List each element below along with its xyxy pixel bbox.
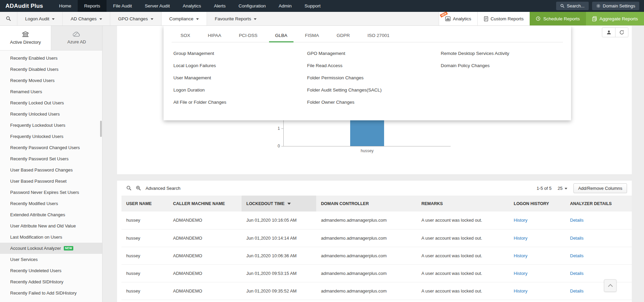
tab-sox[interactable]: SOX [172, 28, 199, 42]
tab-azure-ad[interactable]: Azure AD [51, 26, 102, 50]
sidebar-item[interactable]: Renamed Users [0, 86, 102, 97]
menu-gpo-changes[interactable]: GPO Changes [110, 12, 161, 25]
sidebar-item[interactable]: Frequently Unlocked Users [0, 131, 102, 142]
col-header-domain-controller[interactable]: DOMAIN CONTROLLER [316, 196, 417, 212]
details-link[interactable]: Details [570, 236, 584, 241]
report-link[interactable]: Folder Owner Changes [307, 96, 441, 108]
sidebar-item[interactable]: Recently Disabled Users [0, 64, 102, 75]
tab-pci-dss[interactable]: PCI-DSS [230, 28, 266, 42]
scroll-to-top-button[interactable] [604, 279, 617, 292]
sidebar-scrollbar[interactable] [100, 121, 102, 137]
report-link[interactable]: User Management [173, 72, 307, 84]
nav-item-server-audit[interactable]: Server Audit [138, 0, 176, 12]
aggregate-reports-button[interactable]: Aggregate Reports [586, 12, 644, 25]
report-link[interactable]: Logon Duration [173, 84, 307, 96]
tab-iso-27001[interactable]: ISO 27001 [359, 28, 398, 42]
sidebar-item[interactable]: Recently Moved Users [0, 75, 102, 86]
nav-item-file-audit[interactable]: File Audit [107, 0, 138, 12]
col-header-user-name[interactable]: USER NAME [121, 196, 168, 212]
sidebar-item[interactable]: Recently Modified Users [0, 198, 102, 209]
details-link[interactable]: Details [570, 271, 584, 276]
sidebar-item-account-lockout-analyzer[interactable]: Account Lockout Analyzer NEW [0, 243, 102, 254]
nav-item-home[interactable]: Home [53, 0, 78, 12]
tab-active-directory[interactable]: Active Directory [0, 26, 51, 50]
sidebar-item[interactable]: Recently Undeleted Users [0, 265, 102, 276]
menu-compliance[interactable]: Compliance [161, 12, 207, 25]
sidebar-item[interactable]: Recently Added SIDHistory [0, 276, 102, 287]
sidebar-item[interactable]: Recently Locked Out Users [0, 97, 102, 108]
report-search-button[interactable] [0, 12, 17, 25]
nav-item-support[interactable]: Support [298, 0, 327, 12]
history-link[interactable]: History [514, 218, 527, 223]
sidebar-item[interactable]: Extended Attribute Changes [0, 209, 102, 220]
search-icon[interactable] [126, 185, 132, 191]
nav-item-analytics[interactable]: Analytics [176, 0, 207, 12]
nav-item-configuration[interactable]: Configuration [232, 0, 272, 12]
sidebar-tabs: Active Directory Azure AD [0, 26, 102, 51]
sidebar-item[interactable]: Recently Password Set Users [0, 153, 102, 164]
tab-hipaa[interactable]: HIPAA [199, 28, 230, 42]
col-header-lockedout-time[interactable]: LOCKEDOUT TIME [242, 196, 316, 212]
report-link[interactable]: Group Management [173, 47, 307, 59]
history-link[interactable]: History [514, 271, 527, 276]
advanced-search-icon[interactable] [136, 185, 141, 191]
sidebar-item[interactable]: Recently Failed to Add SIDHistory [0, 287, 102, 299]
details-link[interactable]: Details [570, 218, 584, 223]
sidebar-item[interactable]: Recently Password Changed Users [0, 142, 102, 153]
report-link[interactable]: Domain Policy Changes [441, 59, 571, 72]
menu-ad-changes[interactable]: AD Changes [62, 12, 110, 25]
advanced-search-link[interactable]: Advanced Search [146, 186, 181, 191]
sidebar-item[interactable]: Frequently Lockedout Users [0, 120, 102, 131]
report-link[interactable]: Local Logon Failures [173, 59, 307, 72]
sidebar-item[interactable]: Recently Unlocked Users [0, 108, 102, 120]
report-link[interactable]: GPO Management [307, 47, 441, 59]
history-link[interactable]: History [514, 288, 527, 294]
toolbar-right-group: NEW Analytics Custom Reports Schedule Re… [439, 12, 644, 25]
menu-favourite-reports[interactable]: Favourite Reports [207, 12, 264, 25]
sidebar-item[interactable]: User Services [0, 254, 102, 265]
sidebar-item[interactable]: Password Never Expires Set Users [0, 187, 102, 198]
report-link[interactable]: File Read Access [307, 59, 441, 72]
page-size-dropdown[interactable]: 25 [557, 186, 567, 191]
sidebar-item[interactable]: Last Modification on Users [0, 231, 102, 243]
sidebar-item[interactable]: User Based Password Changes [0, 164, 102, 176]
nav-item-reports[interactable]: Reports [78, 0, 107, 12]
refresh-icon-button[interactable] [615, 28, 628, 37]
pagination-range: 1-5 of 5 [536, 186, 551, 191]
compliance-column-2: GPO Management File Read Access Folder P… [307, 47, 441, 108]
x-axis-category-label: hussey [342, 148, 393, 153]
tab-glba[interactable]: GLBA [266, 28, 296, 42]
global-search-button[interactable]: Search... [556, 2, 589, 10]
add-remove-columns-button[interactable]: Add/Remove Columns [573, 183, 627, 193]
tab-gdpr[interactable]: GDPR [328, 28, 359, 42]
col-header-logon-history[interactable]: LOGON HISTORY [509, 196, 565, 212]
report-link[interactable]: Folder Audit Setting Changes(SACL) [307, 84, 441, 96]
analytics-button[interactable]: NEW Analytics [439, 12, 477, 25]
sidebar-item[interactable]: User Based Password Reset [0, 176, 102, 187]
col-header-analyzer-details[interactable]: ANALYZER DETAILS [565, 196, 632, 212]
details-link[interactable]: Details [570, 288, 584, 294]
sidebar-item[interactable]: User Attribute New and Old Value [0, 220, 102, 231]
history-link[interactable]: History [514, 253, 527, 258]
report-link[interactable]: All File or Folder Changes [173, 96, 307, 108]
tab-fisma[interactable]: FISMA [296, 28, 328, 42]
report-link[interactable]: Remote Desktop Services Activity [441, 47, 571, 59]
user-icon-button[interactable] [602, 28, 615, 37]
chevron-down-icon [99, 18, 102, 20]
col-header-caller-machine[interactable]: CALLER MACHINE NAME [168, 196, 242, 212]
report-link[interactable]: Folder Permission Changes [307, 72, 441, 84]
nav-item-admin[interactable]: Admin [272, 0, 298, 12]
menu-logon-audit[interactable]: Logon Audit [17, 12, 62, 25]
sidebar-item[interactable]: Recently Enabled Users [0, 53, 102, 64]
col-header-remarks[interactable]: REMARKS [417, 196, 509, 212]
domain-settings-button[interactable]: Domain Settings [592, 2, 639, 10]
nav-item-alerts[interactable]: Alerts [207, 0, 232, 12]
analytics-chart-icon [445, 16, 451, 21]
custom-reports-button[interactable]: Custom Reports [477, 12, 530, 25]
schedule-reports-button[interactable]: Schedule Reports [530, 12, 586, 25]
details-link[interactable]: Details [570, 253, 584, 258]
history-link[interactable]: History [514, 236, 527, 241]
cell-dc: admandemo.admanagerplus.com [316, 264, 417, 282]
cell-machine: ADMANDEMO [168, 264, 242, 282]
sidebar-item-label: Extended Attribute Changes [10, 212, 65, 217]
